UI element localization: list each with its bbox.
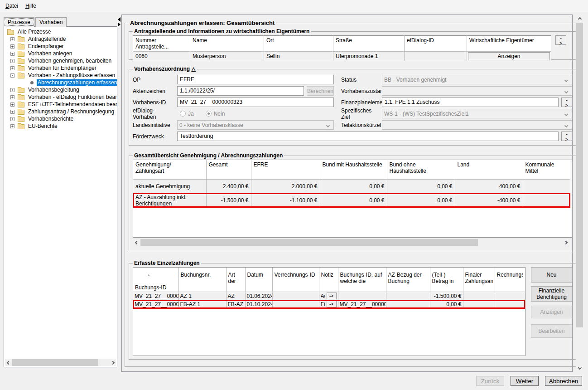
tab-prozesse[interactable]: Prozesse <box>4 17 34 27</box>
col-name[interactable]: Name <box>190 36 264 52</box>
col-datum[interactable]: Datum <box>245 268 272 292</box>
tree-item-abrechnungszahlungen[interactable]: Abrechnungszahlungen erfassen <box>4 79 117 86</box>
landesinitiative-select[interactable]: 0 - keine Vorhabensklasse <box>177 120 334 130</box>
scroll-up-icon[interactable] <box>576 15 583 23</box>
radio-nein[interactable] <box>206 111 212 117</box>
notiz-goto-button[interactable]: -> <box>327 292 337 299</box>
col-rechnungslegung[interactable]: Rechnungslegung <box>495 268 525 292</box>
foerderzweck-goto-button[interactable]: -> <box>561 132 572 141</box>
tree-item-efdialog-funktionen[interactable]: + Vorhaben - efDialog Funktionen bearbei… <box>4 93 117 101</box>
spezifisches-ziel-select[interactable]: WS-1 - (WS) TestSpezifischesZiel1 <box>382 109 572 118</box>
zurueck-button[interactable]: Zurück <box>476 376 504 386</box>
finanzplanelement-field[interactable]: 1.1. FPE 1.1 Zuschuss <box>382 98 559 107</box>
tree-item-vorhabensbegleitung[interactable]: + Vorhabensbegleitung <box>4 86 117 93</box>
status-select[interactable]: BB - Vorhaben genehmigt <box>382 75 572 84</box>
notiz-goto-button[interactable]: -> <box>327 301 337 307</box>
col-art-der-zahlung[interactable]: Art der Zahlung <box>226 268 245 292</box>
tree-item-eu-berichte[interactable]: + EU-Berichte <box>4 122 117 130</box>
tree-item-endempfaenger[interactable]: + Endempfänger <box>4 43 117 50</box>
anzeigen-button[interactable]: Anzeigen <box>531 306 572 318</box>
scrollbar-thumb[interactable] <box>140 239 478 246</box>
eigentuemer-anzeigen-button[interactable]: Anzeigen <box>468 52 550 60</box>
col-notiz[interactable]: Notiz <box>319 268 338 292</box>
tree-item-vorhaben-genehmigen[interactable]: + Vorhaben genehmigen, bearbeiten <box>4 57 117 64</box>
col-finaler-zahlungsantrag[interactable]: Finaler Zahlungsantrag <box>463 268 495 292</box>
scroll-right-icon[interactable] <box>109 359 116 366</box>
bearbeiten-button[interactable]: Bearbeiten <box>531 324 572 338</box>
berechnen-button[interactable]: Berechnen <box>307 86 334 96</box>
expand-plus-icon[interactable]: + <box>10 66 14 70</box>
tree-item-vorhaben-endempfaenger[interactable]: + Vorhaben für Endempfänger <box>4 64 117 72</box>
main-vertical-scrollbar[interactable] <box>576 15 583 371</box>
teilaktionskuerzel-select[interactable] <box>382 120 572 130</box>
expand-plus-icon[interactable]: + <box>10 110 14 114</box>
expand-plus-icon[interactable]: + <box>10 59 14 63</box>
abbrechen-button[interactable]: Abbrechen <box>545 376 582 386</box>
collapse-right-icon[interactable] <box>118 22 120 27</box>
expand-plus-icon[interactable]: + <box>10 117 14 121</box>
col-verrechnungs-id[interactable]: Verrechnungs-ID <box>272 268 319 292</box>
col-buchungs-id-bezug[interactable]: Buchungs-ID, auf welche die Buchung <box>338 268 386 292</box>
col-teil-betrag[interactable]: (Teil-) Betrag in EUR <box>430 268 463 292</box>
col-efre[interactable]: EFRE <box>251 160 320 179</box>
finanzielle-berichtigung-button[interactable]: Finanzielle Berichtigung <box>531 286 572 302</box>
overview-row-az-highlighted[interactable]: AZ - Auszahlung inkl. Berichtigungen -1.… <box>133 193 570 207</box>
scroll-down-icon[interactable] <box>576 364 583 371</box>
finanzplanelement-goto-button[interactable]: -> <box>561 98 572 107</box>
overview-horizontal-scrollbar[interactable] <box>133 239 569 246</box>
expand-plus-icon[interactable]: + <box>10 52 14 56</box>
col-buchungsnr[interactable]: Buchungsnr. <box>178 268 226 292</box>
expand-plus-icon[interactable]: + <box>10 44 14 49</box>
col-efdialog-id[interactable]: efDialog-ID <box>405 36 467 52</box>
col-kommunale-mittel[interactable]: Kommunale Mittel <box>523 160 570 179</box>
col-gesamt[interactable]: Gesamt <box>206 160 251 179</box>
tree-item-zahlungsfluesse[interactable]: - Vorhaben - Zahlungsflüsse erfassen <box>4 72 117 79</box>
scrollbar-thumb[interactable] <box>576 23 583 327</box>
expand-plus-icon[interactable]: + <box>10 102 14 107</box>
tree-item-alle-prozesse[interactable]: Alle Prozesse <box>4 28 117 35</box>
splitter-handle[interactable] <box>118 17 121 27</box>
expand-plus-icon[interactable]: + <box>10 95 14 99</box>
col-nummer-antragstellende[interactable]: Nummer Antragstelle... <box>133 36 190 52</box>
applicant-row[interactable]: 0060 Musterperson Sellin Uferpromonade 1… <box>133 52 551 61</box>
menu-datei[interactable]: Datei <box>2 1 22 11</box>
tree-item-antragstellende[interactable]: + Antragstellende <box>4 35 117 43</box>
col-strasse[interactable]: Straße <box>333 36 405 52</box>
weiter-button[interactable]: Weiter <box>511 376 539 386</box>
foerderzweck-field[interactable]: Testförderung <box>177 132 559 141</box>
tree-item-esf-jtf[interactable]: + ESF+/JTF-Teilnehmendendaten bearbeiten <box>4 101 117 108</box>
collapse-left-icon[interactable] <box>118 17 120 22</box>
collapse-minus-icon[interactable]: - <box>10 73 14 78</box>
payment-row-az[interactable]: MV_21_27__000000 AZ 1 AZ 01.06.2024 Aus-… <box>133 292 525 300</box>
tree-item-zahlungsantrag[interactable]: + Zahlungsantrag / Rechnungslegung <box>4 108 117 115</box>
neu-button[interactable]: Neu <box>531 267 572 283</box>
col-ort[interactable]: Ort <box>264 36 333 52</box>
tree-item-vorhaben-anlegen[interactable]: + Vorhaben anlegen <box>4 50 117 57</box>
tree-horizontal-scrollbar[interactable] <box>5 359 116 366</box>
tree-item-vorhabensberichte[interactable]: + Vorhabensberichte <box>4 115 117 122</box>
col-wirtschaftliche-eigentuemer[interactable]: Wirtschaftliche Eigentümer <box>467 36 551 52</box>
scroll-right-icon[interactable] <box>562 239 569 246</box>
col-bund-ohne[interactable]: Bund ohne Haushaltsstelle <box>387 160 455 179</box>
scroll-left-icon[interactable] <box>133 239 140 246</box>
payment-row-fb-az-highlighted[interactable]: MV_21_27__000000 FB-AZ 1 FB-AZ 01.10.202… <box>133 300 525 308</box>
menu-hilfe[interactable]: Hilfe <box>22 1 40 11</box>
applicants-goto-button[interactable]: -> <box>555 35 566 45</box>
vorhabens-id-field[interactable]: MV_21_27__0000000323 <box>177 98 334 107</box>
scrollbar-thumb[interactable] <box>12 359 98 366</box>
col-genehmigung-zahlungsart[interactable]: Genehmigung/ Zahlungsart <box>133 160 206 179</box>
overview-row-genehmigung[interactable]: aktuelle Genehmigung 2.400,00 € 2.000,00… <box>133 179 570 193</box>
expand-plus-icon[interactable]: + <box>10 124 14 128</box>
expand-plus-icon[interactable]: + <box>10 37 14 41</box>
scroll-left-icon[interactable] <box>5 359 12 366</box>
col-bund-mit[interactable]: Bund mit Haushaltsstelle <box>320 160 387 179</box>
radio-ja[interactable] <box>180 111 186 117</box>
col-land[interactable]: Land <box>455 160 523 179</box>
vorhabenszustand-select[interactable] <box>382 86 572 96</box>
tab-vorhaben[interactable]: Vorhaben <box>35 17 67 27</box>
col-buchungs-id[interactable]: ^ Buchungs-ID <box>133 268 178 292</box>
col-az-bezug[interactable]: AZ-Bezug der Buchung <box>386 268 430 292</box>
op-field[interactable]: EFRE <box>177 75 334 84</box>
aktenzeichen-field[interactable]: 1.1./00122/25/ <box>177 86 304 96</box>
expand-plus-icon[interactable]: + <box>10 88 14 92</box>
